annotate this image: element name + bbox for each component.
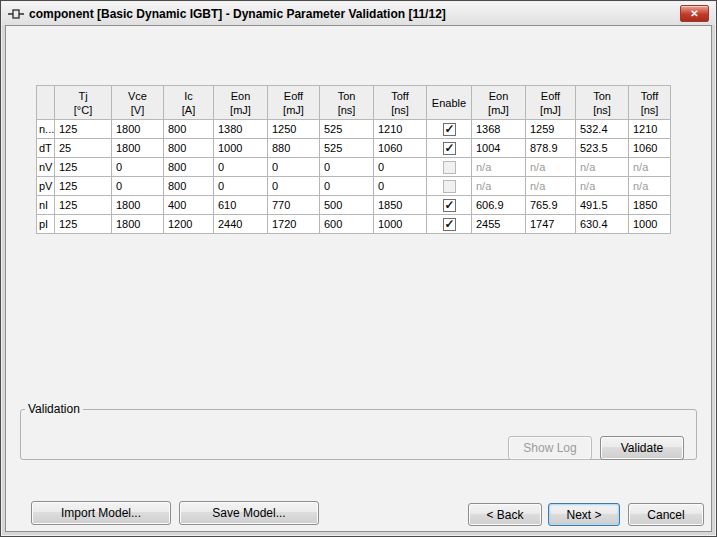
input-value-cell[interactable]: 600 (320, 215, 374, 234)
column-header: Enable (427, 86, 472, 120)
column-header: Eoff[mJ] (526, 86, 576, 120)
input-value-cell[interactable]: 1210 (374, 120, 427, 139)
result-cell: n/a (629, 177, 671, 196)
input-value-cell[interactable]: 125 (55, 215, 112, 234)
input-value-cell[interactable]: 125 (55, 158, 112, 177)
enable-cell (427, 120, 472, 139)
close-button[interactable]: ✕ (680, 5, 709, 22)
column-header: Ic[A] (164, 86, 214, 120)
result-cell: 532.4 (576, 120, 629, 139)
show-log-button: Show Log (508, 436, 592, 460)
row-label: nI (37, 196, 55, 215)
input-value-cell[interactable]: 1800 (112, 139, 164, 158)
parameter-table: Tj[°C]Vce[V]Ic[A]Eon[mJ]Eoff[mJ]Ton[ns]T… (36, 85, 671, 234)
column-header: Ton[ns] (576, 86, 629, 120)
validation-group: Validation Show Log Validate (20, 402, 697, 460)
result-cell: 1259 (526, 120, 576, 139)
input-value-cell[interactable]: 125 (55, 120, 112, 139)
input-value-cell[interactable]: 0 (374, 158, 427, 177)
save-model-button[interactable]: Save Model... (179, 501, 319, 525)
input-value-cell[interactable]: 525 (320, 120, 374, 139)
input-value-cell[interactable]: 0 (268, 158, 320, 177)
input-value-cell[interactable]: 1250 (268, 120, 320, 139)
import-model-button[interactable]: Import Model... (31, 501, 171, 525)
input-value-cell[interactable]: 1000 (214, 139, 268, 158)
result-cell: 630.4 (576, 215, 629, 234)
input-value-cell[interactable]: 0 (320, 177, 374, 196)
input-value-cell[interactable]: 125 (55, 177, 112, 196)
input-value-cell[interactable]: 0 (268, 177, 320, 196)
result-cell: n/a (526, 158, 576, 177)
input-value-cell[interactable]: 1800 (112, 196, 164, 215)
result-cell: n/a (629, 158, 671, 177)
input-value-cell[interactable]: 0 (320, 158, 374, 177)
column-header: Ton[ns] (320, 86, 374, 120)
back-button[interactable]: < Back (468, 503, 542, 526)
column-header: Tj[°C] (55, 86, 112, 120)
result-cell: 1004 (472, 139, 526, 158)
row-label: n... (37, 120, 55, 139)
column-header: Toff[ns] (629, 86, 671, 120)
input-value-cell[interactable]: 0 (112, 177, 164, 196)
row-label: pV (37, 177, 55, 196)
input-value-cell[interactable]: 0 (214, 158, 268, 177)
dialog-content: Tj[°C]Vce[V]Ic[A]Eon[mJ]Eoff[mJ]Ton[ns]T… (5, 25, 712, 532)
enable-checkbox[interactable] (443, 142, 456, 155)
table-row: n...125180080013801250525121013681259532… (37, 120, 671, 139)
header-row: Tj[°C]Vce[V]Ic[A]Eon[mJ]Eoff[mJ]Ton[ns]T… (37, 86, 671, 120)
input-value-cell[interactable]: 125 (55, 196, 112, 215)
table-row: nI12518004006107705001850606.9765.9491.5… (37, 196, 671, 215)
input-value-cell[interactable]: 1800 (112, 215, 164, 234)
row-label: pI (37, 215, 55, 234)
result-cell: 1368 (472, 120, 526, 139)
row-label: dT (37, 139, 55, 158)
input-value-cell[interactable]: 1800 (112, 120, 164, 139)
input-value-cell[interactable]: 2440 (214, 215, 268, 234)
input-value-cell[interactable]: 1850 (374, 196, 427, 215)
input-value-cell[interactable]: 800 (164, 139, 214, 158)
column-header: Eon[mJ] (472, 86, 526, 120)
input-value-cell[interactable]: 1200 (164, 215, 214, 234)
input-value-cell[interactable]: 0 (374, 177, 427, 196)
cancel-button[interactable]: Cancel (628, 503, 704, 526)
input-value-cell[interactable]: 0 (214, 177, 268, 196)
input-value-cell[interactable]: 770 (268, 196, 320, 215)
input-value-cell[interactable]: 400 (164, 196, 214, 215)
input-value-cell[interactable]: 880 (268, 139, 320, 158)
column-header: Eoff[mJ] (268, 86, 320, 120)
dialog-window: component [Basic Dynamic IGBT] - Dynamic… (0, 0, 717, 537)
result-cell: n/a (472, 177, 526, 196)
next-button[interactable]: Next > (548, 503, 620, 526)
input-value-cell[interactable]: 525 (320, 139, 374, 158)
input-value-cell[interactable]: 1000 (374, 215, 427, 234)
close-icon: ✕ (690, 8, 698, 19)
table-row: pV12508000000n/an/an/an/a (37, 177, 671, 196)
title-bar[interactable]: component [Basic Dynamic IGBT] - Dynamic… (2, 2, 715, 25)
enable-checkbox[interactable] (443, 199, 456, 212)
enable-checkbox[interactable] (443, 123, 456, 136)
table-row: pI1251800120024401720600100024551747630.… (37, 215, 671, 234)
input-value-cell[interactable]: 610 (214, 196, 268, 215)
enable-checkbox[interactable] (443, 218, 456, 231)
input-value-cell[interactable]: 25 (55, 139, 112, 158)
input-value-cell[interactable]: 0 (112, 158, 164, 177)
table-row: nV12508000000n/an/an/an/a (37, 158, 671, 177)
table-row: dT251800800100088052510601004878.9523.51… (37, 139, 671, 158)
input-value-cell[interactable]: 1060 (374, 139, 427, 158)
result-cell: 1210 (629, 120, 671, 139)
result-cell: 765.9 (526, 196, 576, 215)
window-icon (8, 7, 24, 21)
input-value-cell[interactable]: 1380 (214, 120, 268, 139)
input-value-cell[interactable]: 800 (164, 120, 214, 139)
input-value-cell[interactable]: 800 (164, 177, 214, 196)
result-cell: 2455 (472, 215, 526, 234)
input-value-cell[interactable]: 800 (164, 158, 214, 177)
validate-button[interactable]: Validate (600, 436, 684, 460)
enable-cell (427, 215, 472, 234)
column-header: Vce[V] (112, 86, 164, 120)
input-value-cell[interactable]: 1720 (268, 215, 320, 234)
enable-cell (427, 139, 472, 158)
input-value-cell[interactable]: 500 (320, 196, 374, 215)
column-header: Eon[mJ] (214, 86, 268, 120)
result-cell: 1747 (526, 215, 576, 234)
